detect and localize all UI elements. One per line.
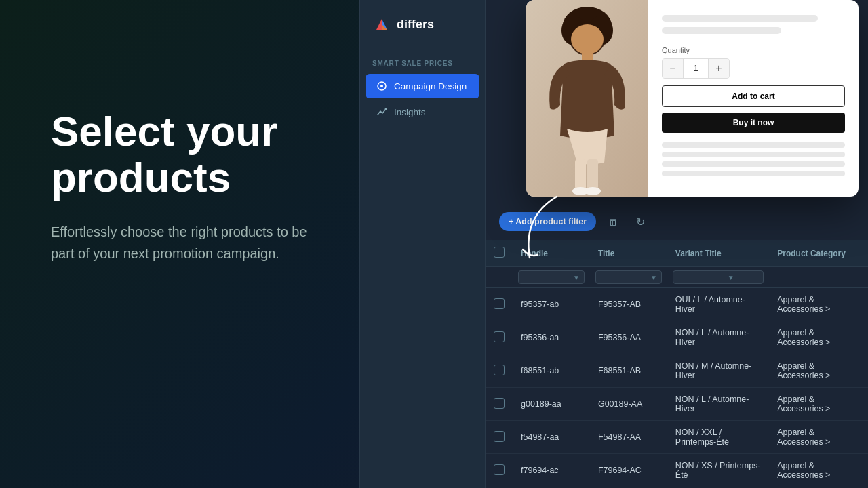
campaign-design-icon bbox=[376, 81, 387, 92]
hero-title: Select your products bbox=[51, 108, 370, 201]
cell-variant: NON / XS / Printemps-Été bbox=[667, 454, 769, 485]
svg-point-19 bbox=[585, 187, 601, 195]
cell-title: F54987-AA bbox=[590, 421, 667, 454]
row-checkbox[interactable] bbox=[494, 464, 505, 475]
filter-title-icon: ▼ bbox=[650, 274, 657, 281]
cell-handle: f95356-aa bbox=[513, 321, 590, 354]
filter-variant[interactable]: ▼ bbox=[673, 270, 764, 284]
filter-variant-input[interactable] bbox=[677, 273, 725, 281]
refresh-icon: ↻ bbox=[636, 216, 645, 228]
logo-icon bbox=[372, 15, 391, 34]
woman-figure bbox=[526, 0, 648, 197]
sidebar-item-campaign-design[interactable]: Campaign Design bbox=[366, 74, 479, 98]
cell-handle: f68551-ab bbox=[513, 354, 590, 388]
quantity-increase-button[interactable]: + bbox=[709, 58, 729, 79]
product-image bbox=[526, 0, 648, 197]
filter-variant-icon: ▼ bbox=[728, 274, 734, 281]
hero-subtitle: Effortlessly choose the right products t… bbox=[51, 221, 315, 264]
quantity-section: Quantity − 1 + bbox=[662, 46, 845, 79]
products-table: Handle Title Variant Title Product Categ… bbox=[486, 240, 868, 484]
product-card-details: Quantity − 1 + Add to cart Buy it now bbox=[648, 0, 859, 197]
svg-point-4 bbox=[380, 85, 383, 87]
row-checkbox[interactable] bbox=[494, 331, 505, 342]
logo-text: differs bbox=[397, 18, 434, 32]
cell-category: Apparel & Accessories > bbox=[769, 421, 868, 454]
add-to-cart-button[interactable]: Add to cart bbox=[662, 85, 845, 107]
row-checkbox[interactable] bbox=[494, 365, 505, 375]
svg-point-14 bbox=[571, 24, 604, 54]
table-row[interactable]: f95357-ab F95357-AB OUI / L / Automne-Hi… bbox=[486, 288, 868, 321]
trash-icon: 🗑 bbox=[608, 216, 618, 227]
filter-handle-icon: ▼ bbox=[573, 274, 580, 281]
sidebar-label-insights: Insights bbox=[394, 107, 426, 117]
sidebar: differs SMART SALE PRICES Campaign Desig… bbox=[360, 0, 486, 488]
app-window: differs SMART SALE PRICES Campaign Desig… bbox=[359, 0, 868, 488]
table-row[interactable]: f79694-ac F79694-AC NON / XS / Printemps… bbox=[486, 454, 868, 485]
cell-category: Apparel & Accessories > bbox=[769, 354, 868, 388]
table-row[interactable]: f68551-ab F68551-AB NON / M / Automne-Hi… bbox=[486, 354, 868, 388]
cell-title: F95357-AB bbox=[590, 288, 667, 321]
table-body: f95357-ab F95357-AB OUI / L / Automne-Hi… bbox=[486, 288, 868, 485]
row-checkbox[interactable] bbox=[494, 298, 505, 309]
col-product-category[interactable]: Product Category bbox=[769, 240, 868, 267]
quantity-value: 1 bbox=[683, 58, 709, 79]
filter-title-input[interactable] bbox=[600, 273, 648, 281]
sidebar-logo: differs bbox=[360, 0, 485, 49]
cell-handle: f95357-ab bbox=[513, 288, 590, 321]
cell-category: Apparel & Accessories > bbox=[769, 321, 868, 354]
svg-rect-16 bbox=[575, 159, 586, 190]
cell-variant: NON / M / Automne-Hiver bbox=[667, 354, 769, 388]
delete-button[interactable]: 🗑 bbox=[603, 211, 623, 232]
table-row[interactable]: f54987-aa F54987-AA NON / XXL / Printemp… bbox=[486, 421, 868, 454]
cell-title: G00189-AA bbox=[590, 388, 667, 421]
product-card-popup: Quantity − 1 + Add to cart Buy it now bbox=[526, 0, 859, 197]
insights-icon bbox=[376, 106, 387, 117]
row-checkbox[interactable] bbox=[494, 398, 505, 409]
cell-title: F68551-AB bbox=[590, 354, 667, 388]
sidebar-label-campaign: Campaign Design bbox=[394, 81, 467, 92]
product-sub-line bbox=[662, 27, 781, 34]
cell-title: F95356-AA bbox=[590, 321, 667, 354]
curved-arrow bbox=[516, 190, 570, 274]
cell-category: Apparel & Accessories > bbox=[769, 454, 868, 485]
quantity-label: Quantity bbox=[662, 46, 845, 54]
svg-point-5 bbox=[385, 108, 387, 110]
cell-handle: f79694-ac bbox=[513, 454, 590, 485]
quantity-control[interactable]: − 1 + bbox=[662, 58, 730, 79]
filter-handle-input[interactable] bbox=[523, 273, 570, 281]
filter-title[interactable]: ▼ bbox=[595, 270, 662, 284]
col-title[interactable]: Title bbox=[590, 240, 667, 267]
svg-rect-17 bbox=[587, 159, 598, 190]
quantity-decrease-button[interactable]: − bbox=[663, 58, 683, 79]
cell-variant: NON / L / Automne-Hiver bbox=[667, 321, 769, 354]
cell-category: Apparel & Accessories > bbox=[769, 388, 868, 421]
sidebar-item-insights[interactable]: Insights bbox=[366, 100, 479, 124]
sidebar-section-label: SMART SALE PRICES bbox=[360, 49, 485, 73]
table-scroll[interactable]: Handle Title Variant Title Product Categ… bbox=[486, 240, 868, 484]
cell-title: F79694-AC bbox=[590, 454, 667, 485]
cell-category: Apparel & Accessories > bbox=[769, 288, 868, 321]
cell-handle: g00189-aa bbox=[513, 388, 590, 421]
hero-section: Select your products Effortlessly choose… bbox=[51, 108, 370, 264]
product-name-line bbox=[662, 15, 818, 22]
main-content: Quantity − 1 + Add to cart Buy it now bbox=[486, 0, 868, 488]
cell-variant: NON / XXL / Printemps-Été bbox=[667, 421, 769, 454]
refresh-button[interactable]: ↻ bbox=[630, 211, 650, 232]
col-variant-title[interactable]: Variant Title bbox=[667, 240, 769, 267]
buy-now-button[interactable]: Buy it now bbox=[662, 113, 845, 133]
cell-variant: NON / L / Automne-Hiver bbox=[667, 388, 769, 421]
svg-marker-0 bbox=[376, 19, 382, 30]
select-all-checkbox[interactable] bbox=[494, 247, 505, 258]
col-checkbox[interactable] bbox=[486, 240, 513, 267]
table-row[interactable]: f95356-aa F95356-AA NON / L / Automne-Hi… bbox=[486, 321, 868, 354]
table-row[interactable]: g00189-aa G00189-AA NON / L / Automne-Hi… bbox=[486, 388, 868, 421]
cell-handle: f54987-aa bbox=[513, 421, 590, 454]
product-description bbox=[662, 142, 845, 176]
cell-variant: OUI / L / Automne-Hiver bbox=[667, 288, 769, 321]
row-checkbox[interactable] bbox=[494, 431, 505, 442]
